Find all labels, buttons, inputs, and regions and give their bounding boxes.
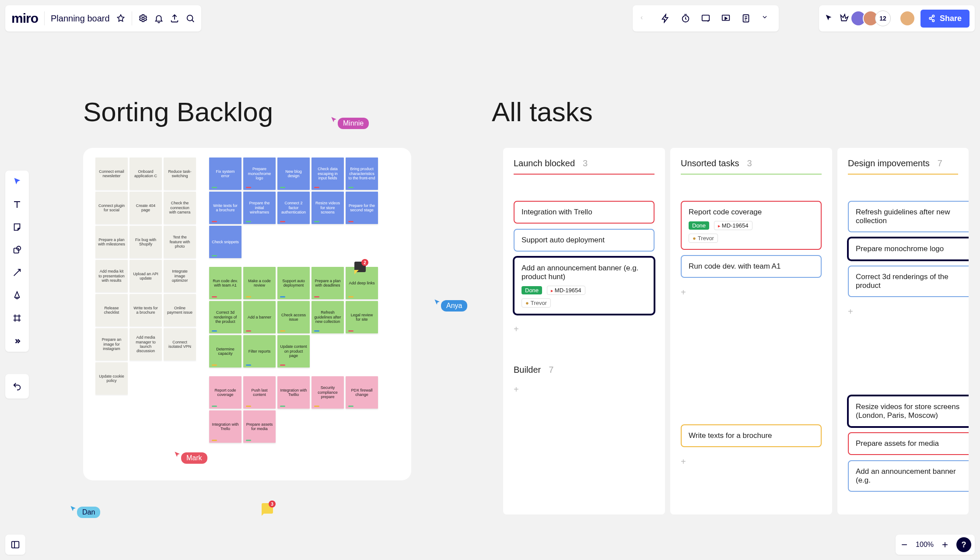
sticky-note[interactable]: Filter reports	[243, 335, 276, 368]
sticky-note[interactable]: Add media kit to presentation with resul…	[95, 260, 128, 292]
task-card[interactable]: Integration with Trello	[514, 201, 654, 224]
sticky-note[interactable]: Prepare assets for media	[243, 410, 276, 443]
sticky-note[interactable]: Make a code review	[243, 267, 276, 299]
task-card[interactable]: Prepare monochrome logo	[848, 238, 969, 260]
star-icon[interactable]	[116, 14, 126, 23]
settings-gear-icon[interactable]	[138, 14, 148, 23]
sticky-note[interactable]: Upload an API update	[130, 260, 162, 292]
sticky-note[interactable]: Security compliance prepare	[312, 376, 344, 409]
board-name[interactable]: Planning board	[51, 14, 110, 24]
notes-icon[interactable]	[741, 14, 751, 23]
sticky-note[interactable]: Support auto deployment	[277, 267, 310, 299]
help-button[interactable]: ?	[956, 537, 971, 552]
avatar-stack[interactable]: 12	[854, 10, 891, 26]
reactions-icon[interactable]	[839, 14, 849, 23]
sticky-note[interactable]: Connect isolated VPN	[164, 328, 196, 360]
search-icon[interactable]	[186, 14, 195, 23]
chevron-left-icon[interactable]: ‹	[640, 14, 650, 23]
task-card[interactable]: Report code coverage Done MD-19654 Trevo…	[681, 201, 822, 250]
sticky-note[interactable]: Prepare for the second stage	[346, 192, 378, 224]
column-unsorted[interactable]: Unsorted tasks3 Report code coverage Don…	[670, 148, 832, 514]
export-icon[interactable]	[170, 14, 179, 23]
sticky-note[interactable]: Check data escaping in input fields	[312, 158, 344, 190]
sticky-note[interactable]: Prepare monochrome logo	[243, 158, 276, 190]
zoom-out-button[interactable]: −	[899, 539, 910, 551]
column-launch-blocked[interactable]: Launch blocked3 Integration with Trello …	[503, 148, 665, 514]
sticky-note[interactable]: Write texts for a brochure	[130, 294, 162, 326]
sticky-note[interactable]: Connect email newsletter	[95, 158, 128, 190]
timer-icon[interactable]	[681, 14, 690, 23]
sticky-note[interactable]: New blog design	[277, 158, 310, 190]
sticky-note[interactable]: Integration with Trello	[209, 410, 242, 443]
sticky-note[interactable]: Prepare a plan with milestones	[95, 226, 128, 258]
add-card-button[interactable]: +	[681, 452, 822, 471]
sticky-note[interactable]: Online payment issue	[164, 294, 196, 326]
add-card-button[interactable]: +	[681, 283, 822, 302]
avatar-overflow-count[interactable]: 12	[875, 10, 891, 26]
add-card-button[interactable]: +	[848, 302, 958, 321]
task-card[interactable]: Support auto deployment	[514, 229, 654, 252]
sticky-note[interactable]: Integrate image optimizer	[164, 260, 196, 292]
sticky-note[interactable]: Update content on product page	[277, 335, 310, 368]
task-card-selected[interactable]: Add an announcement banner (e.g. product…	[514, 257, 654, 315]
sticky-note[interactable]: PDX firewall change	[346, 376, 378, 409]
sticky-note[interactable]: Add media manager to launch discussion	[130, 328, 162, 360]
task-card[interactable]: Refresh guidelines after new collection	[848, 201, 969, 232]
sticky-note[interactable]: Create 404 page	[130, 192, 162, 224]
sticky-note[interactable]: Prepare a plan with deadlines	[312, 267, 344, 299]
sticky-note[interactable]: Check access issue	[277, 301, 310, 333]
task-card[interactable]: Add an announcement banner (e.g.	[848, 460, 969, 492]
sticky-note[interactable]: Add a banner	[243, 301, 276, 333]
panel-toggle-icon[interactable]	[5, 535, 25, 555]
sticky-note[interactable]: Prepare the initial wireframes	[243, 192, 276, 224]
task-card[interactable]: Resize videos for store screens (London,…	[848, 396, 969, 427]
task-card[interactable]: Correct 3d renderings of the product	[848, 266, 969, 297]
sticky-note[interactable]: Write texts for a brochure	[209, 192, 242, 224]
chevron-down-icon[interactable]	[761, 14, 771, 23]
sticky-note[interactable]: Legal review for site	[346, 301, 378, 333]
present-icon[interactable]	[721, 14, 731, 23]
sticky-note[interactable]: Connect 2 factor authentication	[277, 192, 310, 224]
sticky-note[interactable]: Test the feature with photo	[164, 226, 196, 258]
task-card[interactable]: Run code dev. with team A1	[681, 255, 822, 278]
sticky-note[interactable]: Release checklist	[95, 294, 128, 326]
bell-icon[interactable]	[154, 14, 164, 23]
task-card[interactable]: Prepare assets for media	[848, 432, 969, 455]
sticky-note[interactable]: Determine capacity	[209, 335, 242, 368]
add-card-button[interactable]: +	[514, 380, 654, 399]
sticky-note[interactable]: Integration with Twillio	[277, 376, 310, 409]
backlog-panel[interactable]: Connect email newsletterOnboard applicat…	[83, 148, 411, 480]
more-tools-icon[interactable]	[11, 335, 23, 346]
select-tool-icon[interactable]	[11, 176, 23, 187]
sticky-tool-icon[interactable]	[11, 221, 23, 233]
sticky-note[interactable]: Prepare an image for instagram	[95, 328, 128, 360]
task-card[interactable]: Write texts for a brochure	[681, 424, 822, 447]
zoom-in-button[interactable]: +	[940, 539, 950, 551]
embed-icon[interactable]	[701, 14, 710, 23]
my-avatar[interactable]	[900, 10, 915, 26]
comment-badge[interactable]: 2	[354, 262, 366, 274]
logo[interactable]: miro	[11, 11, 38, 26]
text-tool-icon[interactable]	[11, 199, 23, 210]
undo-button[interactable]	[5, 374, 29, 399]
shape-tool-icon[interactable]	[11, 244, 23, 256]
frame-tool-icon[interactable]	[11, 312, 23, 324]
cursor-follow-icon[interactable]	[824, 14, 834, 23]
sticky-note[interactable]: Onboard application C	[130, 158, 162, 190]
sticky-note[interactable]: Run code dev. with team A1	[209, 267, 242, 299]
sticky-note[interactable]: Fix system error	[209, 158, 242, 190]
arrow-tool-icon[interactable]	[11, 267, 23, 278]
add-card-button[interactable]: +	[514, 320, 654, 339]
sticky-note[interactable]: Update cookie policy	[95, 362, 128, 395]
bolt-icon[interactable]	[661, 14, 670, 23]
comment-badge[interactable]: 3	[262, 503, 273, 515]
sticky-note[interactable]: Check snippets	[209, 226, 242, 258]
sticky-note[interactable]: Push last content	[243, 376, 276, 409]
sticky-note[interactable]: Resize videos for store screens	[312, 192, 344, 224]
sticky-note[interactable]: Connect plugin for social	[95, 192, 128, 224]
sticky-note[interactable]: Fix bug with Shopify	[130, 226, 162, 258]
sticky-note[interactable]: Report code coverage	[209, 376, 242, 409]
pen-tool-icon[interactable]	[11, 290, 23, 301]
column-design[interactable]: Design impovements7 Refresh guidelines a…	[837, 148, 969, 514]
sticky-note[interactable]: Correct 3d renderings of the product	[209, 301, 242, 333]
